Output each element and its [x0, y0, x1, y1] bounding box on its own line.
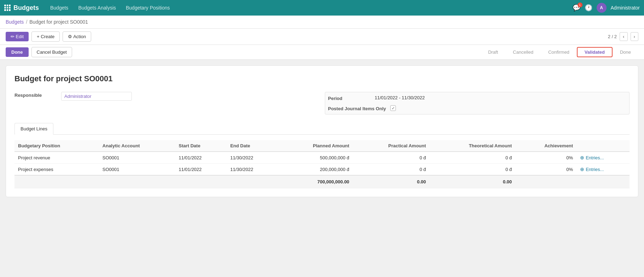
cell-entries[interactable]: ⊕ Entries... — [576, 164, 630, 176]
topnav: Budgets Budgets Budgets Analysis Budgeta… — [0, 0, 644, 16]
col-budgetary-position: Budgetary Position — [14, 140, 99, 152]
topnav-menu: Budgets Budgets Analysis Budgetary Posit… — [46, 3, 573, 13]
status-draft: Draft — [481, 47, 505, 57]
statusbar: Done Cancel Budget Draft Cancelled Confi… — [0, 45, 644, 60]
cell-start-date: 11/01/2022 — [175, 152, 227, 164]
posted-journal-checkbox[interactable]: ✓ — [390, 105, 396, 111]
user-avatar: A — [597, 3, 607, 13]
cell-achievement: 0% — [515, 152, 576, 164]
posted-journal-label: Posted Journal Items Only — [328, 105, 386, 111]
cell-achievement: 0% — [515, 164, 576, 176]
create-button[interactable]: + Create — [31, 31, 60, 42]
pagination-text: 2 / 2 — [608, 34, 617, 39]
cell-analytic-account: SO0001 — [99, 152, 175, 164]
grid-icon — [4, 5, 11, 11]
cell-planned-amount: 200,000,000 đ — [278, 164, 353, 176]
cell-planned-amount: 500,000,000 đ — [278, 152, 353, 164]
tabs: Budget Lines — [14, 123, 630, 135]
nav-budgetary-positions[interactable]: Budgetary Positions — [122, 3, 174, 13]
action-button[interactable]: ⚙ Action — [63, 31, 91, 42]
cell-theoretical-amount: 0 đ — [429, 152, 515, 164]
total-theoretical: 0.00 — [429, 175, 515, 188]
app-name: Budgets — [13, 4, 39, 12]
breadcrumb-current: Budget for project SO0001 — [29, 19, 88, 25]
period-row: Period 11/01/2022 - 11/30/2022 — [328, 95, 626, 101]
cell-practical-amount: 0 đ — [353, 152, 429, 164]
cell-budgetary-position: Project expenses — [14, 164, 99, 176]
period-value: 11/01/2022 - 11/30/2022 — [375, 95, 425, 100]
notification-badge: 1 — [578, 2, 582, 7]
pagination: 2 / 2 ‹ › — [608, 32, 638, 41]
notification-icon[interactable]: 💬 1 — [573, 4, 580, 12]
cell-budgetary-position: Project revenue — [14, 152, 99, 164]
col-entries — [576, 140, 630, 152]
nav-budgets[interactable]: Budgets — [46, 3, 72, 13]
col-analytic-account: Analytic Account — [99, 140, 175, 152]
breadcrumb-separator: / — [26, 19, 27, 25]
main-content: Budget for project SO0001 Responsible Ad… — [0, 60, 644, 203]
app-logo[interactable]: Budgets — [4, 4, 39, 12]
totals-entries — [576, 175, 630, 188]
cancel-budget-button[interactable]: Cancel Budget — [31, 47, 72, 57]
total-planned: 700,000,000.00 — [278, 175, 353, 188]
col-end-date: End Date — [227, 140, 278, 152]
col-achievement: Achievement — [515, 140, 576, 152]
totals-row: 700,000,000.00 0.00 0.00 — [14, 175, 630, 188]
cell-entries[interactable]: ⊕ Entries... — [576, 152, 630, 164]
pagination-prev[interactable]: ‹ — [620, 32, 627, 41]
status-done: Done — [613, 47, 638, 57]
cell-analytic-account: SO0001 — [99, 164, 175, 176]
total-practical: 0.00 — [353, 175, 429, 188]
toolbar: ✏ Edit + Create ⚙ Action 2 / 2 ‹ › — [0, 29, 644, 45]
breadcrumb-parent[interactable]: Budgets — [6, 19, 24, 25]
col-start-date: Start Date — [175, 140, 227, 152]
status-confirmed: Confirmed — [541, 47, 577, 57]
topnav-right: 💬 1 🕐 A Administrator — [573, 3, 640, 13]
cell-end-date: 11/30/2022 — [227, 164, 278, 176]
responsible-row: Responsible Administrator — [14, 92, 319, 101]
col-theoretical-amount: Theoretical Amount — [429, 140, 515, 152]
responsible-label: Responsible — [14, 92, 57, 98]
totals-empty — [14, 175, 278, 188]
period-label: Period — [328, 95, 370, 101]
status-cancelled: Cancelled — [505, 47, 541, 57]
done-button[interactable]: Done — [6, 47, 29, 57]
record-card: Budget for project SO0001 Responsible Ad… — [6, 65, 638, 197]
responsible-value[interactable]: Administrator — [64, 94, 92, 99]
nav-budgets-analysis[interactable]: Budgets Analysis — [74, 3, 120, 13]
cell-start-date: 11/01/2022 — [175, 164, 227, 176]
form-grid: Responsible Administrator Period 11/01/2… — [14, 92, 630, 114]
totals-ach — [515, 175, 576, 188]
form-right: Period 11/01/2022 - 11/30/2022 Posted Jo… — [325, 92, 630, 114]
clock-icon[interactable]: 🕐 — [585, 4, 592, 12]
table-row[interactable]: Project expenses SO0001 11/01/2022 11/30… — [14, 164, 630, 176]
status-validated: Validated — [577, 47, 613, 57]
user-name: Administrator — [611, 5, 640, 11]
table-row[interactable]: Project revenue SO0001 11/01/2022 11/30/… — [14, 152, 630, 164]
breadcrumb: Budgets / Budget for project SO0001 — [0, 16, 644, 29]
posted-journal-row: Posted Journal Items Only ✓ — [328, 105, 626, 111]
form-left: Responsible Administrator — [14, 92, 319, 114]
status-steps: Draft Cancelled Confirmed Validated Done — [75, 47, 638, 57]
pagination-next[interactable]: › — [631, 32, 638, 41]
record-title: Budget for project SO0001 — [14, 74, 630, 83]
cell-end-date: 11/30/2022 — [227, 152, 278, 164]
edit-button[interactable]: ✏ Edit — [6, 32, 29, 41]
cell-theoretical-amount: 0 đ — [429, 164, 515, 176]
cell-practical-amount: 0 đ — [353, 164, 429, 176]
col-planned-amount: Planned Amount — [278, 140, 353, 152]
budget-table: Budgetary Position Analytic Account Star… — [14, 140, 630, 188]
action-label: ⚙ Action — [68, 34, 86, 39]
col-practical-amount: Practical Amount — [353, 140, 429, 152]
tab-budget-lines[interactable]: Budget Lines — [14, 123, 53, 135]
